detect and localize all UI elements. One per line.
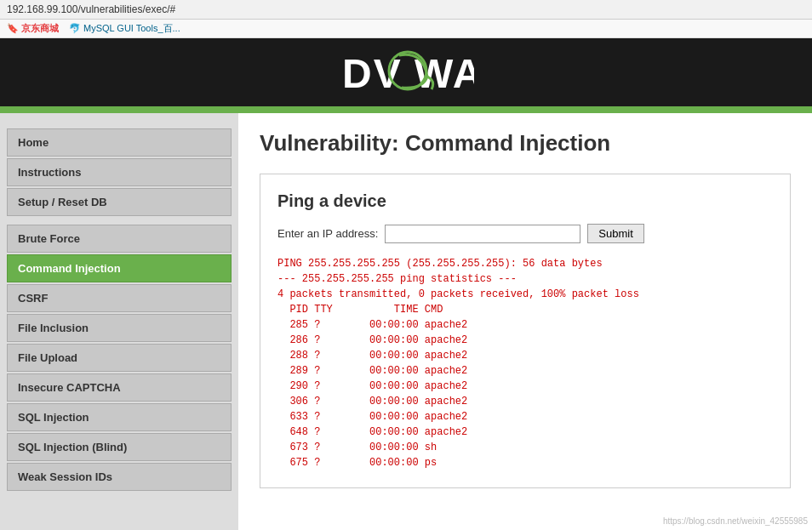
watermark: https://blog.csdn.net/weixin_42555985: [663, 516, 808, 526]
submit-button[interactable]: Submit: [587, 224, 643, 243]
main-layout: Home Instructions Setup / Reset DB Brute…: [0, 113, 812, 530]
dvwa-logo: DV WA: [338, 47, 474, 98]
jd-icon: 🔖: [7, 23, 19, 34]
sidebar-item-setup[interactable]: Setup / Reset DB: [7, 188, 232, 216]
ping-box: Ping a device Enter an IP address: Submi…: [260, 174, 791, 488]
dvwa-logo-svg: DV WA: [338, 47, 474, 98]
browser-bar: 192.168.99.100/vulnerabilities/exec/#: [0, 0, 812, 20]
terminal-output: PING 255.255.255.255 (255.255.255.255): …: [277, 256, 773, 470]
sidebar-item-command-injection[interactable]: Command Injection: [7, 254, 232, 282]
sidebar-item-home[interactable]: Home: [7, 128, 232, 157]
url-bar: 192.168.99.100/vulnerabilities/exec/#: [7, 3, 175, 15]
sidebar-item-file-upload[interactable]: File Upload: [7, 344, 232, 372]
green-bar: [0, 106, 812, 113]
main-content: Vulnerability: Command Injection Ping a …: [238, 113, 812, 530]
sidebar-item-file-inclusion[interactable]: File Inclusion: [7, 314, 232, 342]
mysql-label: MySQL GUI Tools_百...: [83, 22, 180, 35]
bookmarks-bar: 🔖 京东商城 🐬 MySQL GUI Tools_百...: [0, 20, 812, 38]
svg-text:WA: WA: [415, 51, 474, 96]
dvwa-header: DV WA: [0, 38, 812, 106]
sidebar-item-csrf[interactable]: CSRF: [7, 284, 232, 312]
sidebar-item-insecure-captcha[interactable]: Insecure CAPTCHA: [7, 373, 232, 402]
ping-label: Enter an IP address:: [277, 227, 378, 240]
mysql-icon: 🐬: [69, 23, 81, 34]
jd-label: 京东商城: [21, 22, 59, 35]
page-title: Vulnerability: Command Injection: [260, 130, 791, 157]
ping-title: Ping a device: [277, 191, 773, 211]
sidebar: Home Instructions Setup / Reset DB Brute…: [0, 113, 238, 530]
sidebar-item-brute-force[interactable]: Brute Force: [7, 225, 232, 253]
sidebar-item-sql-injection[interactable]: SQL Injection: [7, 403, 232, 431]
sidebar-item-instructions[interactable]: Instructions: [7, 158, 232, 186]
ping-form: Enter an IP address: Submit: [277, 224, 773, 243]
bookmark-mysql[interactable]: 🐬 MySQL GUI Tools_百...: [69, 22, 180, 35]
ip-address-input[interactable]: [385, 225, 580, 243]
sidebar-item-sql-injection-blind[interactable]: SQL Injection (Blind): [7, 433, 232, 461]
bookmark-jd[interactable]: 🔖 京东商城: [7, 22, 59, 35]
sidebar-item-weak-session-ids[interactable]: Weak Session IDs: [7, 463, 232, 491]
